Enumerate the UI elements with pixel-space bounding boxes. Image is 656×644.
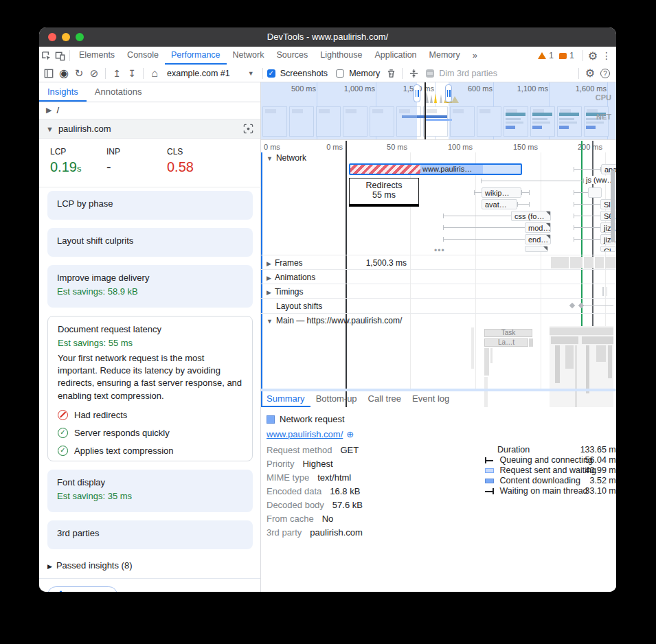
issues-icon[interactable] xyxy=(559,53,567,59)
tab-bottom-up[interactable]: Bottom-up xyxy=(310,391,363,407)
animations-track-label: Animations xyxy=(275,273,315,282)
issue-count[interactable]: 1 xyxy=(569,51,574,60)
layout-shift-diamond[interactable] xyxy=(578,303,584,308)
frame-bar[interactable] xyxy=(595,257,604,268)
request-whisker xyxy=(574,227,601,228)
network-request[interactable] xyxy=(588,187,602,198)
task-bar[interactable]: Task xyxy=(484,329,532,337)
lcp-label: LCP xyxy=(50,147,81,157)
main-track-header[interactable]: ▼Main — https://www.paulirish.com/ xyxy=(267,316,402,325)
cls-metric[interactable]: CLS 0.58 xyxy=(167,147,194,175)
insight-card-lcp-by-phase[interactable]: LCP by phase xyxy=(47,191,253,220)
card-title: LCP by phase xyxy=(57,198,243,209)
field-trends-icon[interactable] xyxy=(243,124,253,136)
tab-lighthouse[interactable]: Lighthouse xyxy=(314,47,368,65)
frame-bar[interactable] xyxy=(605,257,616,268)
network-request[interactable]: avat… xyxy=(482,199,517,209)
title-bar: DevTools - www.paulirish.com/ xyxy=(39,27,616,47)
layout-bar[interactable]: La…t xyxy=(484,338,528,347)
ruler-label: 0 ms xyxy=(326,143,343,151)
feedback-button[interactable]: Feedback xyxy=(47,586,117,592)
minimap-left-handle[interactable] xyxy=(414,84,420,102)
device-toolbar-icon[interactable] xyxy=(53,49,67,62)
tab-network[interactable]: Network xyxy=(227,47,271,65)
request-whisker xyxy=(481,181,584,181)
tab-elements[interactable]: Elements xyxy=(73,47,121,65)
summary-title: Network request xyxy=(280,414,345,424)
tab-memory[interactable]: Memory xyxy=(423,47,466,65)
network-request[interactable] xyxy=(525,246,548,252)
clear-icon[interactable]: ⊘ xyxy=(87,67,101,80)
tab-summary[interactable]: Summary xyxy=(261,391,310,407)
network-request-main-document[interactable]: www.pauliris… xyxy=(349,163,522,175)
frame-bar[interactable] xyxy=(551,257,569,268)
passed-insights-toggle[interactable]: ▶Passed insights (8) xyxy=(47,560,132,571)
network-request[interactable]: mod… xyxy=(525,222,551,233)
open-in-network-globe-icon[interactable]: ⊕ xyxy=(346,429,354,439)
frames-track-header[interactable]: ▶Frames xyxy=(267,258,303,268)
tab-annotations[interactable]: Annotations xyxy=(87,82,150,102)
timeline-minimap[interactable]: 500 ms 1,000 ms 1,500 ms 600 ms 1,100 ms… xyxy=(261,82,616,140)
settings-gear-icon[interactable]: ⚙ xyxy=(586,49,600,62)
inspect-element-icon[interactable] xyxy=(39,49,53,62)
lcp-metric[interactable]: LCP 0.19s xyxy=(50,147,81,175)
frame-bar[interactable] xyxy=(584,257,593,268)
kebab-menu-icon[interactable]: ⋮ xyxy=(600,49,613,62)
tab-call-tree[interactable]: Call tree xyxy=(363,391,407,407)
network-request[interactable]: end… xyxy=(525,234,551,244)
minimap-right-handle[interactable] xyxy=(445,84,452,102)
layout-shift-diamond[interactable] xyxy=(569,303,575,308)
network-request[interactable]: wikip… xyxy=(482,187,521,198)
more-tabs-icon[interactable]: » xyxy=(466,47,484,65)
chevron-right-icon: ▶ xyxy=(47,563,52,570)
warning-icon[interactable] xyxy=(538,52,546,59)
minimap-time-label: 1,000 ms xyxy=(344,84,375,93)
tab-insights[interactable]: Insights xyxy=(39,82,87,102)
tab-performance[interactable]: Performance xyxy=(165,47,227,65)
request-whisker xyxy=(574,216,601,216)
animations-track-header[interactable]: ▶Animations xyxy=(267,273,315,282)
collect-garbage-icon[interactable] xyxy=(384,67,398,80)
tab-console[interactable]: Console xyxy=(121,47,165,65)
tab-application[interactable]: Application xyxy=(368,47,422,65)
help-icon[interactable]: ? xyxy=(598,67,612,80)
history-dropdown[interactable]: example.com #1 ▼ xyxy=(163,69,258,78)
shortcuts-icon[interactable] xyxy=(407,67,420,80)
request-url-link[interactable]: www.paulirish.com/ xyxy=(267,429,343,439)
inp-metric[interactable]: INP - xyxy=(106,147,120,175)
tab-event-log[interactable]: Event log xyxy=(407,391,455,407)
divider xyxy=(262,68,263,79)
warning-count[interactable]: 1 xyxy=(549,51,554,60)
filmstrip-thumbnail[interactable] xyxy=(423,106,448,137)
memory-checkbox[interactable] xyxy=(336,69,344,78)
download-profile-icon[interactable]: ↧ xyxy=(125,67,139,80)
insight-card-font-display[interactable]: Font display Est savings: 35 ms xyxy=(47,470,253,512)
card-title: 3rd parties xyxy=(57,528,243,538)
tab-sources[interactable]: Sources xyxy=(270,47,314,65)
vertical-scrollbar-thumb[interactable] xyxy=(611,170,615,242)
network-track-header[interactable]: ▼Network xyxy=(267,153,306,163)
record-icon[interactable]: ◉ xyxy=(57,67,71,80)
insight-card-3rd-parties[interactable]: 3rd parties xyxy=(47,520,253,549)
network-request[interactable]: css (fo… xyxy=(511,211,551,221)
network-request[interactable]: Cl… xyxy=(600,246,616,252)
upload-profile-icon[interactable]: ↥ xyxy=(110,67,124,80)
timing-value: 33.10 ms xyxy=(585,486,616,496)
toggle-sidebar-icon[interactable] xyxy=(42,67,56,80)
nav-group-row[interactable]: ▶ / xyxy=(39,102,260,119)
insight-card-layout-shift-culprits[interactable]: Layout shift culprits xyxy=(47,228,253,257)
site-group-row[interactable]: ▼ paulirish.com xyxy=(39,119,260,139)
reload-record-icon[interactable]: ↻ xyxy=(72,67,86,80)
capture-settings-gear-icon[interactable]: ⚙ xyxy=(583,67,597,80)
insight-card-improve-image-delivery[interactable]: Improve image delivery Est savings: 58.9… xyxy=(47,265,253,308)
screenshots-checkbox[interactable]: ✓ xyxy=(267,69,275,78)
frame-bar[interactable] xyxy=(570,257,583,268)
insight-card-document-request-latency[interactable]: Document request latency Est savings: 55… xyxy=(47,316,253,461)
timings-track-header[interactable]: ▶Timings xyxy=(267,287,303,297)
home-icon[interactable]: ⌂ xyxy=(148,67,161,80)
field-label: Decoded body xyxy=(267,500,324,510)
layout-shifts-track-header[interactable]: Layout shifts xyxy=(276,301,322,311)
track-resize-handle[interactable]: ••• xyxy=(434,246,445,255)
flame-bar xyxy=(529,338,533,347)
check-text-compression: ✓ Applies text compression xyxy=(58,446,242,456)
